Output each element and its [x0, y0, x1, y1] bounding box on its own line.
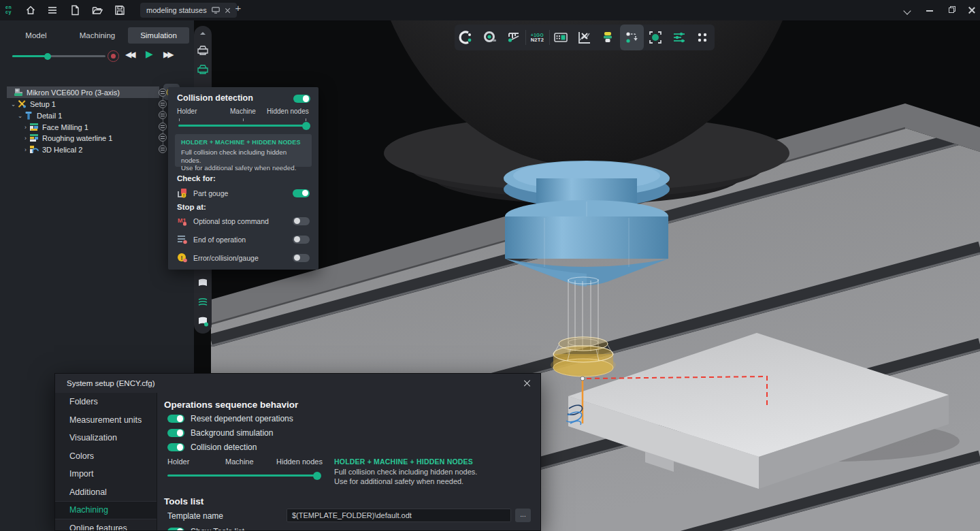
sidebar-item-machining[interactable]: Machining — [55, 501, 157, 519]
collapse-arrow-icon[interactable] — [197, 30, 209, 37]
optional-stop-toggle[interactable] — [293, 217, 310, 225]
new-tab-button[interactable]: + — [233, 3, 243, 13]
slider-label-hidden-nodes: Hidden nodes — [276, 457, 323, 466]
tree-item-3d-helical[interactable]: › 3D Helical 2 — [22, 144, 174, 155]
slider-label-holder: Holder — [167, 457, 189, 466]
end-of-operation-row: End of operation — [177, 234, 310, 245]
error-collision-icon: ! — [177, 253, 188, 263]
magnet-snap-button[interactable] — [455, 25, 478, 50]
control-panel-button[interactable] — [549, 25, 573, 50]
home-icon[interactable] — [25, 5, 36, 16]
window-close-button[interactable] — [966, 5, 977, 16]
collision-level-slider[interactable] — [167, 474, 318, 477]
save-icon[interactable] — [114, 5, 125, 16]
collision-detection-row: Collision detection — [167, 442, 257, 452]
face-milling-icon — [29, 123, 39, 131]
sidebar-item-additional[interactable]: Additional — [55, 483, 157, 502]
caliper-button[interactable] — [502, 25, 525, 50]
tree-item-setup[interactable]: ⌄ Setup 1 — [10, 98, 162, 110]
part-gouge-icon: ! — [177, 188, 188, 198]
svg-text:!: ! — [181, 255, 183, 261]
sidebar-item-measurement-units[interactable]: Measurement units — [55, 411, 157, 430]
stop-at-heading: Stop at: — [177, 203, 206, 211]
diagnostics-plot-button[interactable] — [572, 25, 596, 50]
collision-level-slider[interactable] — [178, 125, 308, 127]
tree-item-detail[interactable]: ⌄ Detail 1 — [16, 110, 169, 121]
probe-button[interactable] — [478, 25, 502, 50]
browse-button[interactable]: ... — [515, 509, 531, 522]
window-dropdown-icon[interactable] — [902, 5, 913, 16]
sidebar-item-colors[interactable]: Colors — [55, 447, 157, 466]
toolpath-node — [581, 376, 585, 381]
template-name-label: Template name — [167, 511, 223, 521]
optional-stop-icon: M1 — [177, 216, 188, 226]
display-settings-button[interactable] — [667, 25, 691, 50]
fast-forward-button[interactable]: ▶▶ — [163, 50, 172, 59]
slider-knob[interactable] — [44, 53, 51, 60]
simulation-progress-slider[interactable] — [12, 55, 105, 57]
error-collision-toggle[interactable] — [293, 254, 310, 262]
background-simulation-toggle[interactable] — [167, 429, 184, 437]
open-folder-icon[interactable] — [92, 5, 103, 16]
template-name-input[interactable]: $(TEMPLATE_FOLDER)\default.odt — [287, 509, 511, 522]
ency-logo[interactable]: ency — [5, 5, 12, 14]
apps-grid-button[interactable] — [691, 25, 715, 50]
dialog-close-icon[interactable] — [523, 379, 532, 388]
sidebar-item-online-features[interactable]: Online features — [55, 519, 157, 531]
tab-machining[interactable]: Machining — [67, 27, 128, 44]
window-minimize-button[interactable] — [924, 5, 935, 16]
sidebar-item-visualization[interactable]: Visualization — [55, 429, 157, 447]
row-status-icon[interactable] — [159, 133, 167, 142]
tree-item-machine[interactable]: Mikron VCE600 Pro (3-axis) — [7, 86, 159, 98]
close-tab-icon[interactable] — [225, 7, 231, 14]
slider-knob[interactable] — [313, 472, 321, 480]
slider-knob[interactable] — [302, 122, 310, 130]
tab-simulation[interactable]: Simulation — [128, 27, 189, 44]
collision-mode-title: HOLDER + MACHINE + HIDDEN NODES — [181, 139, 306, 146]
operation-link-button[interactable] — [620, 25, 644, 50]
stock-visibility-icon[interactable] — [197, 316, 209, 327]
show-tools-list-toggle[interactable] — [167, 528, 184, 531]
collision-detection-toggle[interactable] — [167, 443, 184, 451]
dialog-sidebar: Folders Measurement units Visualization … — [55, 393, 157, 531]
fixture-visibility-icon[interactable] — [197, 297, 209, 308]
end-of-operation-toggle[interactable] — [293, 236, 310, 244]
tools-list-heading: Tools list — [164, 496, 203, 506]
row-status-icon[interactable] — [159, 111, 167, 119]
row-status-icon[interactable] — [159, 100, 167, 108]
tab-model[interactable]: Model — [5, 27, 67, 44]
collision-detection-toggle[interactable] — [293, 95, 310, 103]
machine-visibility-active-icon[interactable] — [197, 64, 209, 75]
part-gouge-toggle[interactable] — [293, 189, 310, 197]
document-tab[interactable]: modeling statuses — [140, 3, 237, 18]
setup-icon — [17, 99, 27, 108]
titlebar: ency modeling statuses + — [0, 0, 980, 20]
machine-visibility-icon[interactable] — [197, 45, 209, 56]
popup-title: Collision detection — [177, 93, 253, 103]
selection-target-button[interactable] — [644, 25, 668, 50]
slider-label-holder: Holder — [177, 108, 197, 115]
current-tool-button[interactable] — [596, 25, 620, 50]
rewind-button[interactable]: ◀◀ — [125, 50, 133, 59]
sidebar-item-import[interactable]: Import — [55, 465, 157, 483]
row-status-icon[interactable] — [159, 88, 167, 97]
window-restore-button[interactable] — [946, 5, 957, 16]
gcode-button[interactable]: +1GON2T2 — [525, 25, 549, 50]
reset-dependent-toggle[interactable] — [167, 415, 184, 423]
svg-text:!: ! — [183, 193, 184, 197]
row-status-icon[interactable] — [159, 123, 167, 131]
play-button[interactable]: ▶ — [146, 48, 153, 59]
optional-stop-row: M1 Optional stop command — [177, 215, 310, 227]
sidebar-item-folders[interactable]: Folders — [55, 393, 157, 411]
tree-item-roughing-waterline[interactable]: › Roughing waterline 1 — [22, 132, 174, 144]
workpiece-visibility-icon[interactable] — [197, 278, 209, 289]
document-tab-title: modeling statuses — [146, 6, 207, 14]
detail-icon — [24, 111, 33, 120]
stop-record-button[interactable] — [108, 50, 119, 62]
menu-icon[interactable] — [47, 5, 58, 16]
row-status-icon[interactable] — [159, 145, 167, 153]
slider-label-machine: Machine — [230, 108, 256, 115]
slider-label-machine: Machine — [225, 457, 254, 466]
new-file-icon[interactable] — [69, 5, 80, 16]
tree-item-face-milling[interactable]: › Face Milling 1 — [22, 121, 174, 133]
